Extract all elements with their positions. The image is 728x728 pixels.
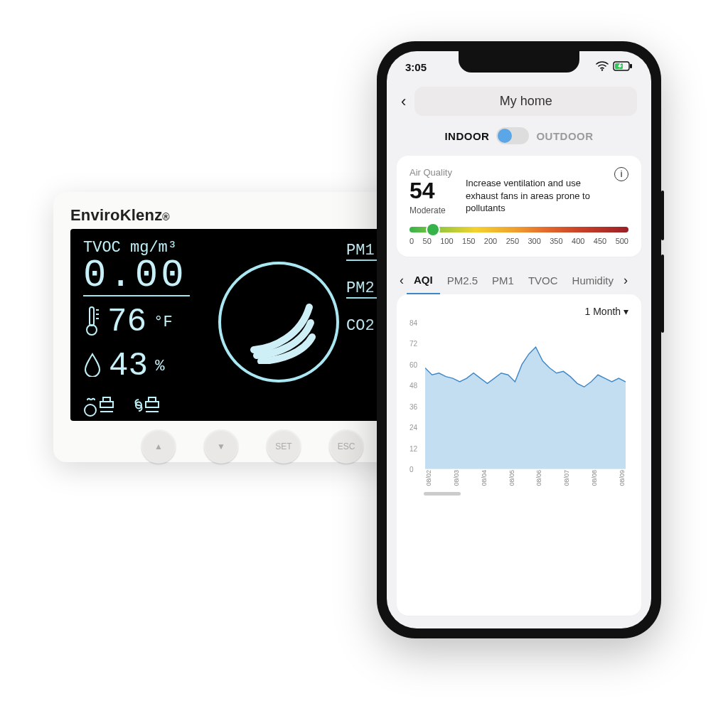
aqi-marker (427, 224, 439, 235)
aqi-scale: 050100150200250300350400450500 (410, 227, 628, 245)
tabs-next[interactable]: › (621, 273, 631, 288)
device-up-button[interactable]: ▲ (141, 429, 176, 464)
metric-tabs: ‹ AQI PM2.5 PM1 TVOC Humidity › (387, 267, 651, 294)
toggle-switch[interactable] (496, 127, 529, 144)
tabs-prev[interactable]: ‹ (397, 273, 407, 288)
fan-icon (129, 393, 161, 421)
humidity-icon (83, 353, 102, 380)
svg-point-5 (85, 405, 96, 416)
battery-icon (613, 61, 633, 73)
svg-point-12 (601, 69, 603, 70)
aq-advice: Increase ventilation and use exhaust fan… (466, 167, 601, 215)
range-dropdown[interactable]: 1 Month (585, 306, 628, 317)
aq-label: Air Quality (410, 167, 452, 178)
indoor-outdoor-toggle[interactable]: INDOOR OUTDOOR (387, 127, 651, 156)
info-icon[interactable]: i (614, 167, 628, 181)
brand-logo-icon (218, 262, 339, 382)
humidity-value: 43 (109, 348, 148, 385)
svg-rect-9 (146, 402, 159, 407)
aq-value: 54 (410, 178, 452, 204)
wifi-icon (596, 61, 609, 73)
phone-frame: 3:05 ‹ My home INDOOR OUTDOOR Air (377, 41, 661, 638)
tab-tvoc[interactable]: TVOC (521, 267, 565, 294)
svg-point-1 (87, 325, 97, 335)
tab-humidity[interactable]: Humidity (565, 267, 621, 294)
device-down-button[interactable]: ▼ (204, 429, 238, 464)
temp-unit: °F (154, 314, 172, 331)
svg-rect-7 (103, 397, 110, 402)
svg-rect-6 (100, 402, 113, 407)
tvoc-value: 0.00 (83, 257, 190, 296)
humidity-unit: % (155, 358, 164, 375)
temp-value: 76 (107, 304, 146, 341)
clock: 3:05 (405, 61, 427, 73)
scroll-indicator (424, 492, 461, 496)
svg-rect-10 (149, 397, 156, 402)
svg-rect-14 (630, 64, 632, 68)
svg-rect-0 (90, 307, 94, 326)
device-esc-button[interactable]: ESC (329, 429, 363, 464)
device-set-button[interactable]: SET (267, 429, 301, 464)
tab-pm25[interactable]: PM2.5 (440, 267, 485, 294)
aq-level: Moderate (410, 205, 452, 215)
tab-aqi[interactable]: AQI (407, 267, 440, 294)
air-quality-card: Air Quality 54 Moderate Increase ventila… (397, 156, 641, 257)
phone-notch (459, 51, 579, 73)
phone-screen: 3:05 ‹ My home INDOOR OUTDOOR Air (387, 51, 651, 628)
tab-pm1[interactable]: PM1 (485, 267, 521, 294)
heater-icon (83, 393, 116, 421)
page-title[interactable]: My home (414, 87, 637, 116)
toggle-outdoor-label: OUTDOOR (536, 130, 593, 142)
toggle-indoor-label: INDOOR (444, 130, 489, 142)
chart-card: 1 Month 847260483624120 08/0208/0308/040… (397, 294, 641, 616)
aqi-chart: 847260483624120 08/0208/0308/0408/0508/0… (410, 323, 628, 486)
back-button[interactable]: ‹ (401, 92, 406, 111)
thermometer-icon (83, 306, 100, 339)
